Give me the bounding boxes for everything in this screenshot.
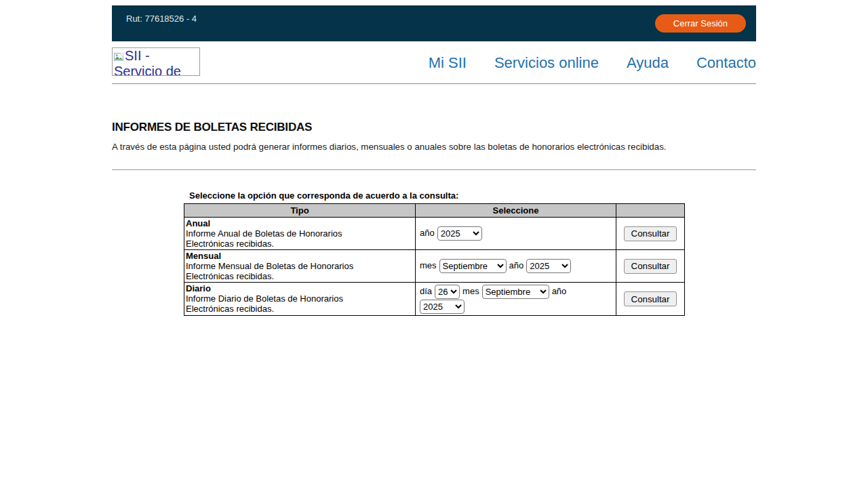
diario-year-label: año (552, 286, 567, 296)
table-row-mensual: Mensual Informe Mensual de Boletas de Ho… (184, 250, 685, 283)
column-header-seleccione: Seleccione (416, 204, 616, 218)
nav-contacto[interactable]: Contacto (696, 54, 756, 72)
header-row: SII - Servicio de Mi SII Servicios onlin… (112, 41, 756, 84)
diario-year-select[interactable]: 2025 (420, 300, 465, 314)
sii-logo-link[interactable]: SII - Servicio de (112, 47, 200, 76)
rut-label: Rut: 77618526 - 4 (112, 14, 197, 24)
mensual-type-description: Informe Mensual de Boletas de Honorarios… (186, 261, 414, 281)
mensual-button-cell: Consultar (616, 250, 685, 283)
broken-image-icon (114, 50, 124, 64)
mensual-month-label: mes (420, 260, 437, 270)
anual-type-cell: Anual Informe Anual de Boletas de Honora… (184, 218, 416, 250)
anual-consultar-button[interactable]: Consultar (624, 226, 677, 241)
table-row-anual: Anual Informe Anual de Boletas de Honora… (184, 218, 685, 250)
page-description: A través de esta página usted podrá gene… (112, 142, 756, 152)
column-header-empty (616, 204, 685, 218)
report-table-section: Seleccione la opción que corresponda de … (184, 190, 684, 316)
mensual-year-select[interactable]: 2025 (526, 259, 571, 273)
diario-type-description: Informe Diario de Boletas de Honorarios … (186, 293, 414, 314)
mensual-month-select[interactable]: Septiembre (439, 259, 507, 273)
section-divider (112, 169, 756, 170)
nav-mi-sii[interactable]: Mi SII (429, 54, 467, 72)
mensual-consultar-button[interactable]: Consultar (624, 259, 677, 274)
report-table: Tipo Seleccione Anual Informe Anual de B… (184, 203, 685, 316)
column-header-tipo: Tipo (184, 204, 416, 218)
nav-servicios-online[interactable]: Servicios online (494, 54, 599, 72)
table-caption: Seleccione la opción que corresponda de … (184, 190, 684, 201)
table-row-diario: Diario Informe Diario de Boletas de Hono… (184, 283, 685, 316)
diario-consultar-button[interactable]: Consultar (624, 291, 677, 306)
anual-button-cell: Consultar (616, 218, 685, 250)
anual-type-label: Anual (186, 218, 414, 228)
anual-year-label: año (420, 228, 435, 238)
nav-ayuda[interactable]: Ayuda (627, 54, 669, 72)
mensual-type-cell: Mensual Informe Mensual de Boletas de Ho… (184, 250, 416, 283)
anual-year-select[interactable]: 2025 (437, 226, 482, 241)
diario-type-label: Diario (186, 283, 414, 293)
diario-select-cell: día26mesSeptiembreaño 2025 (416, 283, 616, 316)
anual-select-cell: año2025 (416, 218, 616, 250)
diario-day-label: día (420, 286, 432, 296)
diario-month-select[interactable]: Septiembre (482, 285, 549, 299)
mensual-year-label: año (509, 260, 524, 270)
topbar: Rut: 77618526 - 4 Cerrar Sesión (112, 5, 756, 41)
diario-button-cell: Consultar (616, 283, 685, 316)
diario-type-cell: Diario Informe Diario de Boletas de Hono… (184, 283, 416, 316)
page-title: INFORMES DE BOLETAS RECIBIDAS (112, 121, 756, 134)
cerrar-sesion-button[interactable]: Cerrar Sesión (655, 14, 746, 33)
mensual-select-cell: mesSeptiembreaño2025 (416, 250, 616, 283)
page-container: Rut: 77618526 - 4 Cerrar Sesión SII - Se… (112, 5, 756, 316)
main-nav: Mi SII Servicios online Ayuda Contacto (429, 41, 756, 84)
diario-month-label: mes (462, 286, 479, 296)
anual-type-description: Informe Anual de Boletas de Honorarios E… (186, 228, 414, 249)
mensual-type-label: Mensual (186, 251, 414, 261)
diario-day-select[interactable]: 26 (435, 285, 460, 299)
